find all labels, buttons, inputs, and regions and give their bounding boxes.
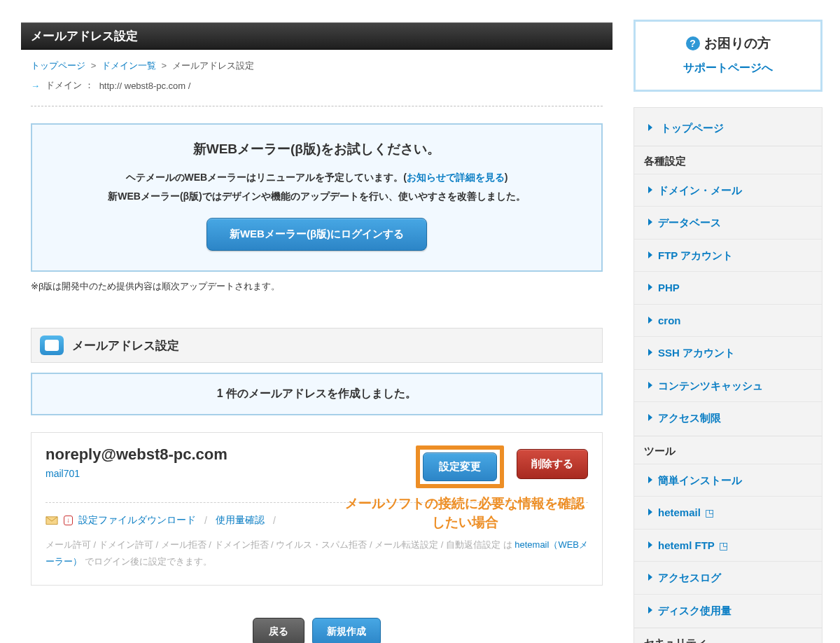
question-icon: ? (686, 36, 700, 50)
nav-item[interactable]: アクセス制限 (658, 412, 721, 424)
nav-item[interactable]: hetemail (658, 506, 701, 518)
arrow-icon: → (31, 81, 40, 91)
mail-address: noreply@webst8-pc.com (46, 445, 227, 464)
breadcrumb: トップページ > ドメイン一覧 > メールアドレス設定 (21, 50, 612, 76)
page-title: メールアドレス設定 (31, 29, 138, 43)
login-webmailer-button[interactable]: 新WEBメーラー(β版)にログインする (206, 218, 427, 251)
mail-account[interactable]: mail701 (46, 468, 227, 479)
nav-item[interactable]: heteml FTP (658, 539, 715, 551)
domain-value: http:// webst8-pc.com / (99, 81, 191, 91)
envelope-icon (46, 516, 58, 525)
external-link-icon: ◳ (705, 507, 714, 518)
page-title-bar: メールアドレス設定 (21, 22, 612, 50)
nav-heading-settings: 各種設定 (634, 146, 822, 174)
info-line-1: ヘテメールのWEBメーラーはリニューアルを予定しています。(お知らせで詳細を見る… (46, 168, 587, 187)
notice-details-link[interactable]: お知らせで詳細を見る (407, 172, 505, 183)
nav-item[interactable]: SSH アカウント (658, 347, 735, 359)
section-title: メールアドレス設定 (72, 338, 179, 354)
main-column: メールアドレス設定 トップページ > ドメイン一覧 > メールアドレス設定 → … (21, 0, 612, 643)
breadcrumb-domain-list[interactable]: ドメイン一覧 (102, 60, 156, 71)
annotation: メールソフトの接続に必要な情報を確認したい場合 (339, 495, 591, 532)
download-config-link[interactable]: 設定ファイルダウンロード (78, 514, 196, 527)
info-line-2: 新WEBメーラー(β版)ではデザインや機能のアップデートを行い、使いやすさを改善… (46, 187, 587, 206)
chevron-right-icon (648, 124, 652, 131)
sidebar-panel: トップページ 各種設定 ドメイン・メール データベース FTP アカウント PH… (634, 107, 822, 643)
chevron-right-icon (648, 251, 652, 258)
external-link-icon: ◳ (719, 540, 728, 551)
nav-item[interactable]: アクセスログ (658, 572, 721, 583)
chevron-right-icon (648, 476, 652, 483)
chevron-right-icon (648, 349, 652, 356)
nav-item[interactable]: cron (658, 314, 681, 326)
support-page-link[interactable]: サポートページへ (644, 61, 812, 76)
chevron-right-icon (648, 186, 652, 193)
nav-item[interactable]: ディスク使用量 (658, 604, 732, 616)
nav-heading-tools: ツール (634, 436, 822, 464)
nav-item[interactable]: FTP アカウント (658, 249, 733, 261)
chevron-right-icon (648, 284, 652, 291)
beta-note: ※β版は開発中のため提供内容は順次アップデートされます。 (31, 280, 603, 293)
domain-label: ドメイン ： (46, 79, 94, 92)
help-title: お困りの方 (704, 34, 771, 53)
section-notice: 1 件のメールアドレスを作成しました。 (31, 373, 603, 415)
nav-top-page[interactable]: トップページ (661, 122, 724, 134)
chevron-right-icon (648, 541, 652, 548)
usage-link[interactable]: 使用量確認 (216, 514, 265, 527)
bottom-buttons: 戻る 新規作成 (21, 618, 612, 643)
breadcrumb-current: メールアドレス設定 (172, 60, 254, 71)
highlight-box: 設定変更 (416, 445, 504, 488)
nav-item[interactable]: PHP (658, 282, 680, 293)
domain-line: → ドメイン ： http:// webst8-pc.com / (21, 76, 612, 99)
chevron-right-icon (648, 219, 652, 226)
sidebar: ? お困りの方 サポートページへ トップページ 各種設定 ドメイン・メール デー… (634, 0, 822, 643)
info-title: 新WEBメーラー(β版)をお試しください。 (46, 140, 587, 158)
nav-heading-security: セキュリティ (634, 628, 822, 643)
nav-item[interactable]: ドメイン・メール (658, 184, 742, 196)
delete-button[interactable]: 削除する (517, 449, 588, 479)
chevron-right-icon (648, 607, 652, 614)
chevron-right-icon (648, 382, 652, 389)
change-settings-button[interactable]: 設定変更 (423, 452, 497, 481)
nav-item[interactable]: 簡単インストール (658, 474, 742, 486)
divider (31, 106, 603, 106)
chevron-right-icon (648, 509, 652, 516)
section-title-bar: メールアドレス設定 (31, 328, 603, 363)
chevron-right-icon (648, 574, 652, 581)
card-footnote: メール許可 / ドメイン許可 / メール拒否 / ドメイン拒否 / ウイルス・ス… (46, 537, 588, 569)
breadcrumb-top[interactable]: トップページ (31, 60, 85, 71)
back-button[interactable]: 戻る (253, 618, 304, 643)
nav-item[interactable]: コンテンツキャッシュ (658, 380, 763, 392)
webmailer-info-panel: 新WEBメーラー(β版)をお試しください。 ヘテメールのWEBメーラーはリニュー… (31, 123, 603, 272)
chevron-right-icon (648, 317, 652, 324)
nav-item[interactable]: データベース (658, 216, 721, 228)
chevron-right-icon (648, 414, 652, 421)
help-card: ? お困りの方 サポートページへ (634, 20, 822, 92)
mail-settings-icon (40, 336, 64, 355)
create-new-button[interactable]: 新規作成 (312, 618, 381, 643)
mail-address-card: noreply@webst8-pc.com mail701 設定変更 削除する … (31, 432, 603, 586)
download-icon: ↓ (64, 516, 73, 525)
